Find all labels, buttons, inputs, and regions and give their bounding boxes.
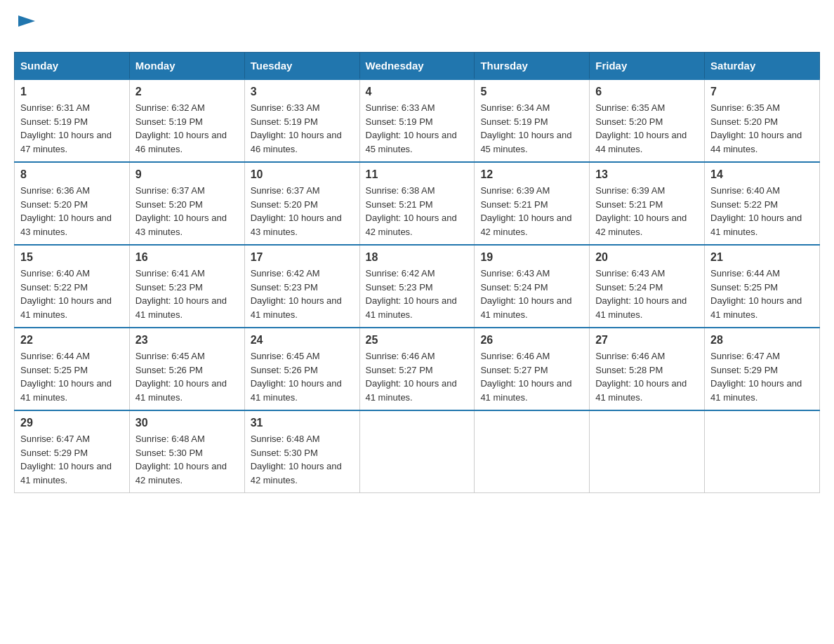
- calendar-cell: 11 Sunrise: 6:38 AM Sunset: 5:21 PM Dayl…: [359, 162, 475, 245]
- day-number: 10: [251, 168, 354, 181]
- day-info: Sunrise: 6:31 AM Sunset: 5:19 PM Dayligh…: [20, 101, 124, 156]
- calendar-cell: [590, 410, 705, 493]
- day-info: Sunrise: 6:34 AM Sunset: 5:19 PM Dayligh…: [480, 101, 583, 156]
- page-header: [14, 14, 820, 41]
- day-info: Sunrise: 6:32 AM Sunset: 5:19 PM Dayligh…: [135, 101, 239, 156]
- day-number: 20: [595, 251, 699, 264]
- header-monday: Monday: [129, 53, 244, 80]
- header-friday: Friday: [590, 53, 705, 80]
- day-info: Sunrise: 6:45 AM Sunset: 5:26 PM Dayligh…: [251, 349, 354, 404]
- day-info: Sunrise: 6:47 AM Sunset: 5:29 PM Dayligh…: [710, 349, 814, 404]
- calendar-cell: 7 Sunrise: 6:35 AM Sunset: 5:20 PM Dayli…: [705, 79, 820, 162]
- calendar-cell: 3 Sunrise: 6:33 AM Sunset: 5:19 PM Dayli…: [244, 79, 359, 162]
- day-number: 12: [480, 168, 583, 181]
- day-number: 28: [710, 334, 814, 347]
- day-number: 22: [20, 334, 124, 347]
- calendar-week-row: 22 Sunrise: 6:44 AM Sunset: 5:25 PM Dayl…: [15, 328, 820, 410]
- day-number: 23: [135, 334, 239, 347]
- calendar-cell: 18 Sunrise: 6:42 AM Sunset: 5:23 PM Dayl…: [359, 245, 475, 328]
- calendar-cell: 23 Sunrise: 6:45 AM Sunset: 5:26 PM Dayl…: [129, 328, 244, 410]
- day-info: Sunrise: 6:35 AM Sunset: 5:20 PM Dayligh…: [710, 101, 814, 156]
- day-number: 31: [251, 417, 354, 429]
- calendar-cell: [359, 410, 475, 493]
- day-number: 24: [251, 334, 354, 347]
- day-info: Sunrise: 6:38 AM Sunset: 5:21 PM Dayligh…: [366, 184, 469, 239]
- day-info: Sunrise: 6:46 AM Sunset: 5:27 PM Dayligh…: [366, 349, 469, 404]
- day-number: 3: [251, 86, 354, 98]
- calendar-cell: 21 Sunrise: 6:44 AM Sunset: 5:25 PM Dayl…: [705, 245, 820, 328]
- calendar-week-row: 29 Sunrise: 6:47 AM Sunset: 5:29 PM Dayl…: [15, 410, 820, 493]
- calendar-cell: 2 Sunrise: 6:32 AM Sunset: 5:19 PM Dayli…: [129, 79, 244, 162]
- day-info: Sunrise: 6:37 AM Sunset: 5:20 PM Dayligh…: [251, 184, 354, 239]
- calendar-cell: 26 Sunrise: 6:46 AM Sunset: 5:27 PM Dayl…: [475, 328, 590, 410]
- day-info: Sunrise: 6:43 AM Sunset: 5:24 PM Dayligh…: [595, 267, 699, 321]
- day-number: 26: [480, 334, 583, 347]
- calendar-cell: 13 Sunrise: 6:39 AM Sunset: 5:21 PM Dayl…: [590, 162, 705, 245]
- day-info: Sunrise: 6:39 AM Sunset: 5:21 PM Dayligh…: [480, 184, 583, 239]
- day-info: Sunrise: 6:46 AM Sunset: 5:27 PM Dayligh…: [480, 349, 583, 404]
- day-info: Sunrise: 6:45 AM Sunset: 5:26 PM Dayligh…: [135, 349, 239, 404]
- day-number: 13: [595, 168, 699, 181]
- logo-flag-icon: [15, 14, 38, 36]
- calendar-cell: 14 Sunrise: 6:40 AM Sunset: 5:22 PM Dayl…: [705, 162, 820, 245]
- logo: [14, 14, 38, 41]
- day-info: Sunrise: 6:40 AM Sunset: 5:22 PM Dayligh…: [20, 267, 124, 321]
- header-wednesday: Wednesday: [359, 53, 475, 80]
- day-info: Sunrise: 6:43 AM Sunset: 5:24 PM Dayligh…: [480, 267, 583, 321]
- calendar-cell: 17 Sunrise: 6:42 AM Sunset: 5:23 PM Dayl…: [244, 245, 359, 328]
- day-number: 14: [710, 168, 814, 181]
- day-info: Sunrise: 6:41 AM Sunset: 5:23 PM Dayligh…: [135, 267, 239, 321]
- day-info: Sunrise: 6:48 AM Sunset: 5:30 PM Dayligh…: [251, 432, 354, 487]
- day-number: 30: [135, 417, 239, 429]
- day-info: Sunrise: 6:44 AM Sunset: 5:25 PM Dayligh…: [20, 349, 124, 404]
- calendar-cell: 24 Sunrise: 6:45 AM Sunset: 5:26 PM Dayl…: [244, 328, 359, 410]
- day-info: Sunrise: 6:42 AM Sunset: 5:23 PM Dayligh…: [251, 267, 354, 321]
- calendar-cell: 28 Sunrise: 6:47 AM Sunset: 5:29 PM Dayl…: [705, 328, 820, 410]
- calendar-cell: 22 Sunrise: 6:44 AM Sunset: 5:25 PM Dayl…: [15, 328, 130, 410]
- logo-text: [14, 14, 38, 41]
- calendar-cell: 12 Sunrise: 6:39 AM Sunset: 5:21 PM Dayl…: [475, 162, 590, 245]
- calendar-cell: 27 Sunrise: 6:46 AM Sunset: 5:28 PM Dayl…: [590, 328, 705, 410]
- day-number: 15: [20, 251, 124, 264]
- day-number: 4: [366, 86, 469, 98]
- calendar-cell: 6 Sunrise: 6:35 AM Sunset: 5:20 PM Dayli…: [590, 79, 705, 162]
- calendar-cell: 31 Sunrise: 6:48 AM Sunset: 5:30 PM Dayl…: [244, 410, 359, 493]
- calendar-cell: 20 Sunrise: 6:43 AM Sunset: 5:24 PM Dayl…: [590, 245, 705, 328]
- calendar-cell: 19 Sunrise: 6:43 AM Sunset: 5:24 PM Dayl…: [475, 245, 590, 328]
- svg-marker-0: [18, 15, 35, 27]
- day-number: 5: [480, 86, 583, 98]
- header-saturday: Saturday: [705, 53, 820, 80]
- day-info: Sunrise: 6:47 AM Sunset: 5:29 PM Dayligh…: [20, 432, 124, 487]
- day-info: Sunrise: 6:42 AM Sunset: 5:23 PM Dayligh…: [366, 267, 469, 321]
- day-info: Sunrise: 6:46 AM Sunset: 5:28 PM Dayligh…: [595, 349, 699, 404]
- calendar-cell: [705, 410, 820, 493]
- day-number: 21: [710, 251, 814, 264]
- day-number: 17: [251, 251, 354, 264]
- day-number: 6: [595, 86, 699, 98]
- calendar-cell: 9 Sunrise: 6:37 AM Sunset: 5:20 PM Dayli…: [129, 162, 244, 245]
- calendar-header-row: SundayMondayTuesdayWednesdayThursdayFrid…: [15, 53, 820, 80]
- day-number: 2: [135, 86, 239, 98]
- day-number: 9: [135, 168, 239, 181]
- day-number: 11: [366, 168, 469, 181]
- day-info: Sunrise: 6:44 AM Sunset: 5:25 PM Dayligh…: [710, 267, 814, 321]
- calendar-table: SundayMondayTuesdayWednesdayThursdayFrid…: [14, 52, 820, 493]
- calendar-cell: 5 Sunrise: 6:34 AM Sunset: 5:19 PM Dayli…: [475, 79, 590, 162]
- calendar-cell: [475, 410, 590, 493]
- day-number: 19: [480, 251, 583, 264]
- calendar-cell: 25 Sunrise: 6:46 AM Sunset: 5:27 PM Dayl…: [359, 328, 475, 410]
- day-number: 29: [20, 417, 124, 429]
- day-number: 27: [595, 334, 699, 347]
- calendar-cell: 29 Sunrise: 6:47 AM Sunset: 5:29 PM Dayl…: [15, 410, 130, 493]
- day-info: Sunrise: 6:40 AM Sunset: 5:22 PM Dayligh…: [710, 184, 814, 239]
- day-number: 16: [135, 251, 239, 264]
- calendar-cell: 8 Sunrise: 6:36 AM Sunset: 5:20 PM Dayli…: [15, 162, 130, 245]
- day-info: Sunrise: 6:48 AM Sunset: 5:30 PM Dayligh…: [135, 432, 239, 487]
- day-info: Sunrise: 6:33 AM Sunset: 5:19 PM Dayligh…: [366, 101, 469, 156]
- calendar-week-row: 15 Sunrise: 6:40 AM Sunset: 5:22 PM Dayl…: [15, 245, 820, 328]
- day-info: Sunrise: 6:37 AM Sunset: 5:20 PM Dayligh…: [135, 184, 239, 239]
- day-info: Sunrise: 6:36 AM Sunset: 5:20 PM Dayligh…: [20, 184, 124, 239]
- calendar-cell: 16 Sunrise: 6:41 AM Sunset: 5:23 PM Dayl…: [129, 245, 244, 328]
- day-number: 25: [366, 334, 469, 347]
- day-number: 18: [366, 251, 469, 264]
